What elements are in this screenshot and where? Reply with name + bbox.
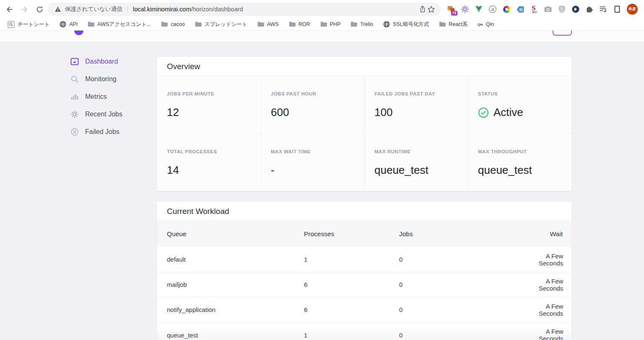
bookmark-label: AWS: [267, 21, 279, 27]
divider: [127, 6, 128, 13]
folder-icon: [195, 21, 202, 27]
security-label: 保護されていない通信: [65, 5, 122, 13]
folder-icon: [257, 21, 264, 27]
bookmark-item[interactable]: ROR: [285, 20, 314, 28]
gear-purple-icon[interactable]: [461, 5, 469, 13]
sidebar-item-label: Dashboard: [85, 58, 118, 65]
bookmark-star-icon[interactable]: [427, 5, 435, 13]
stat-cell: STATUSActive: [468, 76, 571, 134]
stat-cell: FAILED JOBS PAST DAY100: [364, 76, 468, 134]
sidebar-item-label: Failed Jobs: [85, 128, 119, 136]
svg-text:8]: 8]: [519, 8, 522, 12]
sidebar-item-dashboard[interactable]: Dashboard: [70, 53, 157, 70]
qin-icon: Qin: [478, 23, 483, 26]
letter-d-circle-icon[interactable]: d: [488, 5, 497, 13]
horizon-logo: [74, 31, 83, 35]
seo-icon[interactable]: SSEO: [530, 5, 538, 13]
blue-tag-icon[interactable]: 8]: [516, 5, 525, 13]
bookmark-item[interactable]: PHP: [316, 20, 345, 28]
bookmark-item[interactable]: スプレッドシート: [191, 20, 252, 29]
stat-label: MAX RUNTIME: [374, 149, 458, 154]
bookmark-item[interactable]: QinQin: [473, 20, 498, 28]
back-icon[interactable]: [5, 5, 13, 13]
playlist-icon[interactable]: [599, 5, 608, 13]
sidebar-item-metrics[interactable]: Metrics: [70, 88, 157, 106]
reload-icon[interactable]: [35, 5, 44, 13]
stat-cell: MAX RUNTIMEqueue_test: [364, 134, 468, 191]
chat-bubbles-icon[interactable]: 73: [447, 5, 455, 13]
workload-card: Current Workload Queue Processes Jobs Wa…: [157, 202, 571, 340]
stat-label: MAX WAIT TIME: [271, 149, 355, 154]
stat-label: JOBS PER MINUTE: [167, 91, 251, 96]
bookmark-item[interactable]: React系: [435, 20, 472, 29]
bookmark-label: React系: [449, 21, 467, 28]
jobs-cell: 0: [399, 306, 539, 313]
bookmark-label: cacoo: [171, 21, 184, 27]
processes-cell: 1: [304, 332, 399, 339]
overview-card: Overview JOBS PER MINUTE12JOBS PAST HOUR…: [157, 57, 571, 191]
folder-icon: [351, 21, 357, 27]
browser-window: 保護されていない通信 local.kiminomirai.com/horizon…: [0, 0, 644, 340]
stat-value: 12: [167, 106, 251, 119]
processes-cell: 6: [304, 281, 399, 288]
page-header: [0, 31, 644, 42]
extensions-area: 73d8]SSEO 尚彦: [447, 4, 644, 15]
puzzle-icon[interactable]: [585, 5, 594, 13]
workload-title: Current Workload: [167, 207, 229, 216]
stat-cell: JOBS PER MINUTE12: [157, 76, 261, 134]
wait-cell: A Few Seconds: [539, 303, 563, 317]
navy-circle-icon[interactable]: [571, 5, 580, 13]
extension-badge: 73: [451, 11, 457, 15]
gear-icon: [70, 110, 79, 118]
header-button[interactable]: [553, 31, 572, 36]
search-box-icon: [8, 21, 15, 28]
sidebar-item-label: Monitoring: [85, 75, 117, 83]
wait-cell: A Few Seconds: [539, 328, 563, 340]
forward-icon[interactable]: [20, 5, 29, 13]
wait-cell: A Few Seconds: [539, 278, 563, 292]
profile-avatar[interactable]: 尚彦: [627, 4, 638, 15]
queue-cell: default: [167, 256, 304, 263]
svg-text:SEO: SEO: [532, 11, 537, 13]
sidebar-item-failed-jobs[interactable]: Failed Jobs: [70, 123, 157, 141]
folder-icon: [439, 21, 446, 27]
stat-value: 600: [271, 106, 355, 119]
workload-row: queue_test10A Few Seconds: [157, 322, 571, 340]
share-icon[interactable]: [418, 5, 427, 13]
bookmark-item[interactable]: チートシート: [3, 20, 54, 29]
stat-cell: JOBS PAST HOUR600: [261, 76, 364, 134]
bookmarks-bar: チートシートAPIAWSアクセスコント...cacooスプレッドシートAWSRO…: [0, 18, 644, 31]
bookmark-item[interactable]: AWSアクセスコント...: [83, 20, 155, 29]
sidebar-item-monitoring[interactable]: Monitoring: [70, 70, 157, 88]
extension-icons: 73d8]SSEO: [447, 5, 621, 13]
bookmark-item[interactable]: Trello: [346, 20, 377, 28]
bookmark-item[interactable]: SSL暗号化方式: [379, 20, 433, 29]
stat-value: 14: [167, 164, 251, 177]
panel-icon[interactable]: [613, 5, 621, 13]
color-wheel-icon[interactable]: [502, 5, 511, 13]
column-jobs: Jobs: [399, 230, 539, 238]
globe-icon: [383, 21, 390, 28]
bookmark-item[interactable]: AWS: [253, 20, 283, 28]
sidebar-item-label: Recent Jobs: [85, 111, 122, 118]
folder-icon: [289, 21, 296, 27]
vue-icon[interactable]: [475, 5, 483, 13]
bookmark-item[interactable]: cacoo: [157, 20, 189, 28]
wait-cell: A Few Seconds: [539, 252, 563, 267]
stat-value: Active: [478, 106, 562, 119]
sidebar-item-recent-jobs[interactable]: Recent Jobs: [70, 106, 157, 123]
address-bar[interactable]: 保護されていない通信 local.kiminomirai.com/horizon…: [48, 3, 441, 16]
camera-icon[interactable]: [544, 5, 552, 13]
stat-cell: MAX WAIT TIME-: [261, 134, 364, 191]
column-queue: Queue: [167, 230, 304, 238]
stat-label: MAX THROUGHPUT: [478, 149, 562, 154]
jobs-cell: 0: [399, 281, 539, 288]
bookmark-item[interactable]: API: [55, 20, 82, 29]
queue-cell: notify_application: [167, 306, 304, 313]
search-icon: [70, 75, 79, 83]
stat-label: STATUS: [478, 91, 562, 96]
shield-icon[interactable]: [558, 5, 566, 13]
workload-table-body: default10A Few Secondsmailjob60A Few Sec…: [157, 247, 571, 340]
queue-cell: mailjob: [167, 281, 304, 288]
stats-grid: JOBS PER MINUTE12JOBS PAST HOUR600FAILED…: [157, 76, 571, 191]
